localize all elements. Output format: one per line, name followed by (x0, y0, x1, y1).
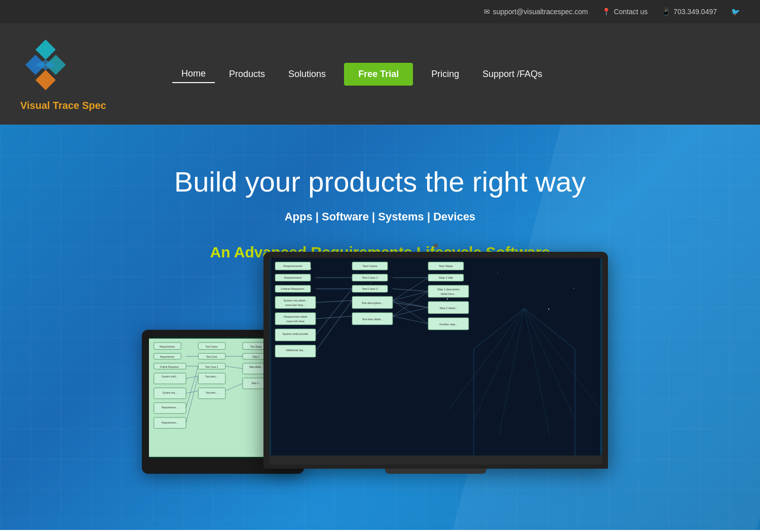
svg-text:Critical Requirem.: Critical Requirem. (160, 366, 180, 368)
svg-text:Test item...: Test item... (206, 392, 218, 394)
svg-text:Requirement: Requirement (160, 356, 174, 358)
svg-marker-3 (35, 70, 56, 90)
header: Visual Trace Spec Home Products Solution… (0, 23, 760, 125)
email-address: support@visualtracespec.com (493, 8, 588, 16)
svg-text:Test Cases: Test Cases (206, 346, 218, 348)
svg-text:System shall provide: System shall provide (283, 332, 309, 335)
nav-solutions[interactable]: Solutions (279, 66, 335, 83)
twitter-icon: 🐦 (731, 8, 740, 16)
svg-text:System req...: System req... (163, 392, 177, 394)
devices-container: Requirements Requirement Critical Requir… (127, 291, 633, 474)
svg-text:more text here...: more text here... (285, 303, 306, 307)
svg-text:Additional req...: Additional req... (286, 349, 306, 352)
star (310, 268, 311, 269)
svg-text:Requirement: Requirement (284, 276, 302, 279)
laptop-diagram: Requirements Requirement Critical Requir… (270, 258, 602, 455)
svg-text:Step 1: Step 1 (252, 356, 259, 358)
contact-us-link[interactable]: 📍 Contact us (602, 8, 648, 16)
svg-rect-12 (154, 373, 186, 384)
svg-text:Step 1 title: Step 1 title (439, 276, 453, 279)
laptop-stand (385, 469, 486, 474)
svg-text:System req detail...: System req detail... (283, 299, 308, 302)
star (498, 273, 498, 274)
hero-section: Build your products the right way Apps |… (0, 125, 760, 530)
nav-free-trial-button[interactable]: Free Trial (344, 63, 413, 86)
svg-text:Another step...: Another step... (439, 323, 458, 326)
email-icon: ✉ (484, 8, 490, 16)
twitter-link[interactable]: 🐦 (731, 8, 740, 16)
top-bar: ✉ support@visualtracespec.com 📍 Contact … (0, 0, 760, 23)
laptop-base (270, 455, 602, 465)
laptop-camera (434, 244, 438, 248)
svg-text:Step detail...: Step detail... (249, 366, 263, 368)
svg-rect-84 (428, 285, 469, 297)
svg-text:detail here...: detail here... (441, 292, 457, 295)
svg-text:Step 2 detail...: Step 2 detail... (439, 307, 458, 310)
star (371, 283, 371, 284)
phone-contact[interactable]: 📱 703.349.0497 (662, 8, 717, 16)
nav-pricing[interactable]: Pricing (422, 66, 468, 83)
svg-text:System shall...: System shall... (162, 375, 178, 378)
svg-rect-60 (275, 296, 316, 309)
svg-text:Test Case 1: Test Case 1 (362, 276, 378, 279)
svg-text:Test Case: Test Case (206, 356, 217, 358)
svg-text:Requirements: Requirements (283, 264, 302, 268)
svg-marker-0 (35, 40, 56, 60)
laptop-mockup: Requirements Requirement Critical Requir… (263, 252, 608, 474)
logo-text: Visual Trace Spec (20, 100, 106, 111)
logo-area: Visual Trace Spec (20, 37, 132, 111)
star (574, 288, 574, 289)
svg-text:Test description...: Test description... (362, 301, 384, 305)
svg-text:Test Steps: Test Steps (250, 346, 262, 348)
svg-text:Test Steps: Test Steps (439, 264, 453, 268)
svg-text:Test item detail...: Test item detail... (362, 318, 383, 321)
svg-text:Requirement...: Requirement... (162, 422, 178, 424)
svg-text:Requirement detail: Requirement detail (284, 315, 307, 318)
laptop-screen-inner: Requirements Requirement Critical Requir… (270, 258, 602, 455)
nav-products[interactable]: Products (220, 66, 274, 83)
svg-rect-63 (275, 313, 316, 325)
main-nav: Home Products Solutions Free Trial Prici… (172, 63, 740, 86)
svg-text:Step 1 description: Step 1 description (437, 288, 460, 291)
laptop-outer: Requirements Requirement Critical Requir… (263, 252, 608, 469)
hero-title: Build your products the right way (174, 165, 586, 198)
star (548, 309, 549, 310)
phone-number: 703.349.0497 (673, 8, 717, 16)
star (447, 298, 448, 299)
nav-support[interactable]: Support /FAQs (473, 66, 551, 83)
logo-icon (20, 37, 71, 98)
svg-text:Critical Requirem.: Critical Requirem. (281, 287, 305, 290)
contact-us-label: Contact us (614, 8, 648, 16)
location-icon: 📍 (602, 8, 611, 16)
email-contact[interactable]: ✉ support@visualtracespec.com (484, 8, 588, 16)
nav-home[interactable]: Home (172, 65, 215, 83)
svg-text:Test Case 2: Test Case 2 (205, 366, 218, 368)
svg-text:Requirement...: Requirement... (162, 406, 178, 409)
laptop-screen: Requirements Requirement Critical Requir… (270, 258, 602, 455)
svg-text:Requirements: Requirements (160, 346, 175, 348)
svg-rect-26 (198, 373, 225, 384)
phone-icon: 📱 (662, 8, 670, 16)
hero-subtitle: Apps | Software | Systems | Devices (285, 210, 476, 223)
svg-text:Test Cases: Test Cases (362, 264, 377, 268)
svg-text:more info here: more info here (286, 320, 304, 323)
svg-text:Test desc...: Test desc... (205, 375, 218, 378)
svg-text:Test Case 2: Test Case 2 (362, 287, 378, 290)
svg-text:Step 2...: Step 2... (251, 382, 260, 385)
